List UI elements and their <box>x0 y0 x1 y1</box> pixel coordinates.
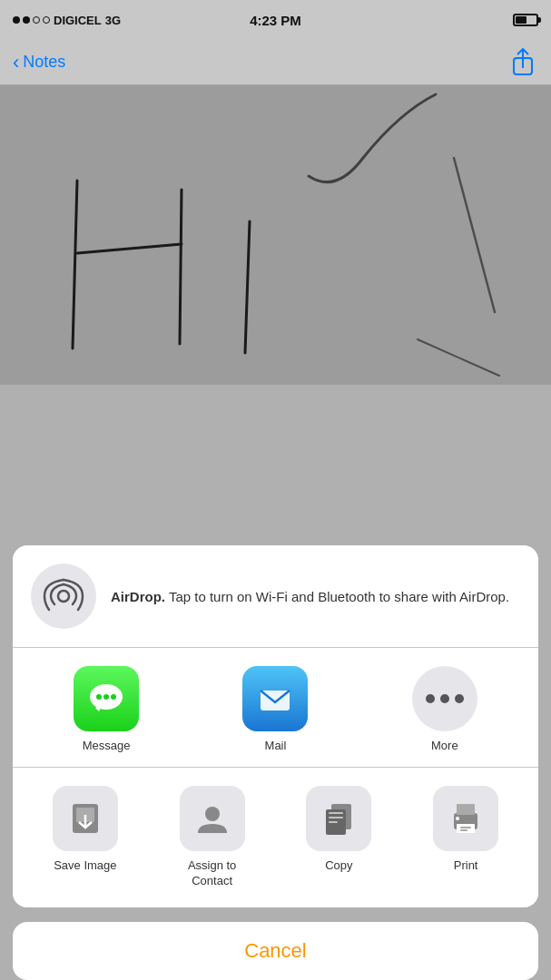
message-app-icon <box>74 666 139 731</box>
svg-rect-28 <box>457 804 475 815</box>
more-app-icon <box>412 666 477 731</box>
status-bar: DIGICEL 3G 4:23 PM <box>0 0 551 40</box>
message-icon <box>86 679 126 719</box>
share-item-mail[interactable]: Mail <box>239 666 311 752</box>
svg-point-16 <box>440 694 449 703</box>
mail-app-icon <box>242 666 308 731</box>
svg-point-21 <box>205 807 220 821</box>
save-image-label: Save Image <box>54 858 116 874</box>
action-assign-contact[interactable]: Assign toContact <box>176 786 249 889</box>
action-save-image[interactable]: Save Image <box>49 786 122 874</box>
svg-point-12 <box>103 694 109 700</box>
assign-contact-label: Assign toContact <box>188 858 236 889</box>
back-button[interactable]: ‹ Notes <box>13 53 65 73</box>
svg-point-15 <box>426 694 435 703</box>
network-label: 3G <box>105 14 121 27</box>
svg-point-32 <box>456 817 459 820</box>
svg-rect-31 <box>460 829 467 831</box>
airdrop-icon-wrap <box>31 564 96 629</box>
signal-dot-3 <box>33 16 40 24</box>
back-label: Notes <box>23 53 65 72</box>
airdrop-row[interactable]: AirDrop. Tap to turn on Wi-Fi and Blueto… <box>13 545 538 647</box>
share-item-more[interactable]: More <box>408 666 481 752</box>
copy-icon-wrap <box>306 786 371 851</box>
copy-label: Copy <box>325 858 352 874</box>
svg-point-8 <box>58 591 69 602</box>
print-icon-wrap <box>433 786 498 851</box>
carrier-label: DIGICEL <box>54 14 102 27</box>
actions-section: Save Image Assign toContact <box>13 768 538 907</box>
battery-fill <box>516 16 526 24</box>
status-time: 4:23 PM <box>250 13 301 28</box>
assign-contact-icon-wrap <box>180 786 245 851</box>
save-image-icon <box>67 800 103 837</box>
save-image-icon-wrap <box>53 786 118 851</box>
action-copy[interactable]: Copy <box>302 786 375 874</box>
svg-rect-30 <box>460 827 471 828</box>
signal-dot-2 <box>23 16 30 24</box>
mail-label: Mail <box>265 739 287 752</box>
note-content <box>0 85 551 385</box>
battery-icon <box>513 14 538 26</box>
status-left: DIGICEL 3G <box>13 14 121 27</box>
share-icons-section: Message Mail More <box>13 648 538 768</box>
svg-point-17 <box>455 694 464 703</box>
signal-dots <box>13 16 50 24</box>
status-right <box>513 14 538 26</box>
airdrop-description: AirDrop. Tap to turn on Wi-Fi and Blueto… <box>111 587 509 606</box>
cancel-label: Cancel <box>244 939 306 963</box>
svg-rect-25 <box>329 817 343 818</box>
share-sheet: AirDrop. Tap to turn on Wi-Fi and Blueto… <box>13 545 538 907</box>
svg-rect-24 <box>329 812 343 814</box>
overlay-dim <box>0 85 551 385</box>
nav-bar: ‹ Notes <box>0 40 551 85</box>
print-label: Print <box>454 858 478 874</box>
airdrop-icon <box>42 574 85 618</box>
signal-dot-1 <box>13 16 20 24</box>
chevron-left-icon: ‹ <box>13 53 19 73</box>
action-print[interactable]: Print <box>429 786 502 874</box>
share-item-message[interactable]: Message <box>70 666 143 752</box>
assign-contact-icon <box>194 800 231 837</box>
print-icon <box>448 800 484 837</box>
message-label: Message <box>83 739 131 752</box>
cancel-button[interactable]: Cancel <box>13 922 538 980</box>
svg-point-11 <box>96 694 102 700</box>
svg-point-13 <box>111 694 116 700</box>
share-button[interactable] <box>507 47 538 78</box>
signal-dot-4 <box>43 16 50 24</box>
mail-icon <box>255 679 295 719</box>
more-label: More <box>431 739 458 752</box>
more-dots-icon <box>425 691 465 706</box>
svg-rect-26 <box>329 821 338 823</box>
copy-icon <box>320 800 357 837</box>
share-icon <box>511 48 535 77</box>
